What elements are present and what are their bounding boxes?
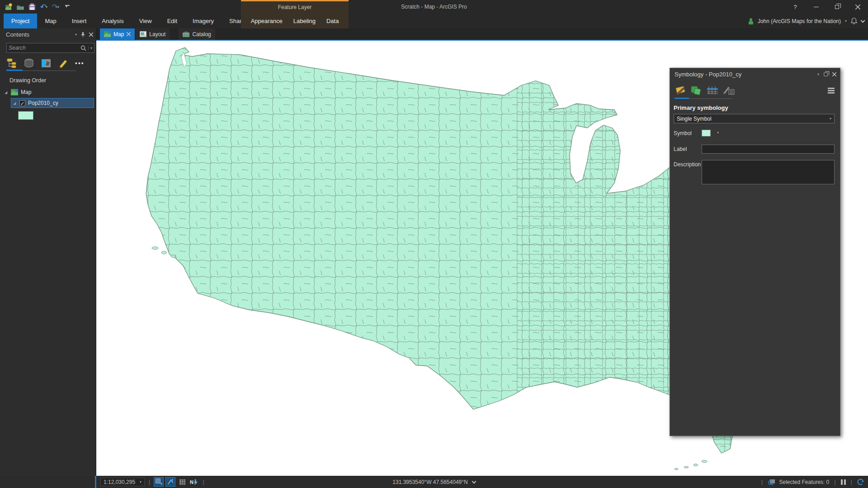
separator: | [833, 479, 837, 485]
symbology-method-dropdown[interactable]: Single Symbol ▾ [674, 114, 835, 123]
layout-tab-label: Layout [149, 31, 165, 38]
vary-symbology-icon[interactable] [690, 85, 702, 95]
label-label: Label [674, 145, 702, 152]
symbology-tab-icons [670, 80, 840, 100]
description-row: Description [670, 154, 840, 184]
help-button[interactable]: ? [785, 0, 806, 14]
collapse-ribbon-icon[interactable] [861, 18, 865, 23]
layer-visibility-checkbox[interactable] [19, 100, 25, 106]
title-bar: ↶▾ ↷▾ Scratch - Map - ArcGIS Pro Feature… [0, 0, 868, 14]
view-tabs: Map Layout Catalog [96, 28, 868, 40]
symbology-header: Symbology - Pop2010_cy ▾ [670, 68, 840, 80]
label-row: Label [670, 136, 840, 154]
layer-symbol-swatch[interactable] [18, 111, 33, 120]
symbology-title: Symbology - Pop2010_cy [675, 71, 817, 78]
scale-dropdown-icon: ▾ [140, 480, 142, 484]
pause-drawing-icon[interactable] [841, 479, 846, 485]
pin-icon[interactable] [81, 32, 85, 37]
navigate-north-icon[interactable]: N [189, 478, 198, 486]
expander-icon[interactable]: ◢ [4, 90, 8, 94]
search-options-icon[interactable]: ▾ [88, 46, 92, 50]
window-controls: ? [785, 0, 868, 14]
map-node-icon [11, 89, 18, 95]
selected-features-count[interactable]: Selected Features: 0 [779, 479, 829, 485]
symbol-dropdown-icon[interactable]: ▾ [717, 129, 719, 135]
statusbar-accent [95, 476, 96, 488]
ribbon-tab-analysis[interactable]: Analysis [94, 14, 131, 28]
ribbon-tab-appearance[interactable]: Appearance [245, 14, 288, 28]
minimize-button[interactable] [806, 0, 826, 14]
drawing-order-label: Drawing Order [0, 71, 96, 87]
symbology-close-icon[interactable] [832, 72, 836, 76]
view-tab-catalog[interactable]: Catalog [179, 28, 215, 40]
attribute-table-icon[interactable] [178, 478, 187, 486]
contextual-ribbon-tabs: Appearance Labeling Data [241, 14, 349, 28]
statusbar-left: 1:12,030,295 ▾ | N | [100, 478, 206, 486]
account-dropdown-icon[interactable]: ▾ [845, 19, 847, 23]
map-tab-label: Map [113, 31, 124, 38]
ribbon-tab-labeling[interactable]: Labeling [288, 14, 321, 28]
map-tab-close-icon[interactable] [127, 32, 131, 36]
user-icon [748, 18, 754, 24]
ribbon-tab-imagery[interactable]: Imagery [185, 14, 222, 28]
signed-in-user[interactable]: John (ArcGIS Maps for the Nation) [758, 18, 841, 24]
description-input[interactable] [702, 160, 835, 184]
ribbon-tab-project[interactable]: Project [4, 14, 37, 28]
symbology-float-icon[interactable] [824, 72, 827, 76]
symbology-active-tab-indicator [675, 98, 689, 99]
view-tab-map[interactable]: Map [100, 28, 135, 40]
list-by-drawing-order-icon[interactable] [6, 58, 17, 68]
refresh-icon[interactable] [857, 479, 864, 485]
search-box: ▾ [6, 43, 94, 53]
contents-search-row: ▾ [0, 40, 96, 55]
list-by-editing-icon[interactable] [58, 58, 69, 68]
primary-symbology-heading: Primary symbology [670, 100, 840, 114]
close-button[interactable] [847, 0, 868, 14]
layer-expander-icon[interactable]: ◢ [12, 101, 17, 105]
catalog-tab-label: Catalog [192, 31, 211, 38]
ribbon-tab-map[interactable]: Map [37, 14, 64, 28]
status-bar: 1:12,030,295 ▾ | N | 131.3953540°W 47.56… [0, 476, 868, 488]
separator: | [147, 479, 151, 485]
more-options-icon[interactable]: ••• [75, 60, 85, 67]
statusbar-right: | Selected Features: 0 | | [760, 479, 868, 485]
ribbon-tab-view[interactable]: View [132, 14, 160, 28]
symbology-options-menu-icon[interactable] [828, 88, 835, 94]
search-input[interactable] [9, 45, 79, 51]
notifications-bell-icon[interactable] [851, 18, 857, 24]
panel-menu-icon[interactable]: ▾ [75, 33, 77, 37]
symbol-label: Symbol [674, 129, 702, 136]
ribbon-tabs: Project Map Insert Analysis View Edit Im… [4, 14, 253, 28]
coordinates-dropdown-icon[interactable] [472, 479, 476, 483]
symbology-panel: Symbology - Pop2010_cy ▾ Primary symbolo… [670, 68, 840, 436]
label-input[interactable] [702, 145, 835, 154]
symbology-method-value: Single Symbol [677, 116, 712, 122]
list-by-selection-icon[interactable] [41, 58, 52, 68]
map-tree-node[interactable]: ◢ Map [0, 87, 96, 97]
map-scale-value: 1:12,030,295 [104, 479, 135, 485]
restore-button[interactable] [826, 0, 847, 14]
layer-row-pop2010[interactable]: ◢ Pop2010_cy [11, 98, 94, 108]
symbology-menu-icon[interactable]: ▾ [817, 72, 819, 76]
toolbar-active-indicator [6, 70, 23, 71]
ribbon-tab-data[interactable]: Data [321, 14, 344, 28]
list-by-data-source-icon[interactable] [24, 58, 34, 68]
map-coordinates[interactable]: 131.3953540°W 47.5654049°N [392, 479, 467, 485]
separator: | [201, 479, 205, 485]
snapping-toggle-icon[interactable] [166, 478, 175, 486]
ribbon-tab-row: Project Map Insert Analysis View Edit Im… [0, 14, 868, 28]
map-scale-control[interactable]: 1:12,030,295 ▾ [100, 478, 145, 486]
symbol-swatch[interactable] [702, 130, 711, 136]
primary-symbology-icon[interactable] [675, 85, 686, 95]
view-tab-layout[interactable]: Layout [136, 28, 170, 40]
contents-panel: Contents ▾ ▾ ••• Drawing Order [0, 28, 96, 476]
symbol-layer-drawing-icon[interactable] [706, 85, 719, 95]
panel-close-icon[interactable] [89, 33, 93, 37]
advanced-symbology-icon[interactable] [723, 85, 736, 95]
ribbon-tab-insert[interactable]: Insert [64, 14, 94, 28]
new-layout-icon[interactable] [154, 478, 163, 486]
contextual-tab-group-label: Feature Layer [241, 0, 349, 14]
ribbon-tab-edit[interactable]: Edit [160, 14, 185, 28]
map-node-label[interactable]: Map [21, 89, 31, 95]
arcgis-pro-window: ↶▾ ↷▾ Scratch - Map - ArcGIS Pro Feature… [0, 0, 868, 488]
